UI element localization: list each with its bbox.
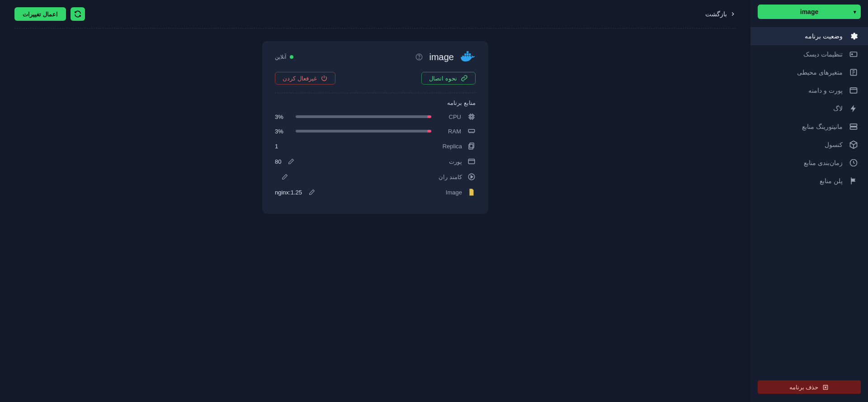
status-label: آنلاین <box>275 54 286 60</box>
cpu-icon <box>467 113 476 121</box>
file-icon <box>467 188 476 196</box>
cpu-value: 3% <box>275 114 289 120</box>
gear-icon <box>849 32 858 41</box>
sidebar-item-label: وضعیت برنامه <box>805 33 843 40</box>
disk-icon <box>849 50 858 59</box>
sidebar-item-label: متغیرهای محیطی <box>797 69 843 76</box>
cpu-row: CPU 3% <box>275 113 476 121</box>
port-row: پورت 80 <box>275 157 476 166</box>
card-divider <box>275 93 476 93</box>
image-row: Image nginx:1.25 <box>275 188 476 197</box>
delete-app-button[interactable]: حذف برنامه <box>758 380 861 394</box>
monitor-icon <box>849 122 858 131</box>
svg-rect-18 <box>470 115 474 119</box>
svg-rect-5 <box>850 127 857 129</box>
resources-title: منابع برنامه <box>275 99 476 106</box>
svg-rect-21 <box>470 143 474 148</box>
sidebar-item-monitoring[interactable]: مانیتورینگ منابع <box>750 118 868 136</box>
flag-icon <box>849 176 858 185</box>
sidebar-item-label: کنسول <box>825 141 843 148</box>
svg-rect-12 <box>464 53 466 55</box>
sidebar-item-disk[interactable]: تنظیمات دیسک <box>750 45 868 63</box>
image-label: Image <box>446 189 462 196</box>
svg-rect-4 <box>850 124 857 126</box>
ram-bar <box>296 130 431 132</box>
replica-value: 1 <box>275 143 278 150</box>
app-status-card: image آنلاین نحوه <box>262 41 488 214</box>
svg-point-1 <box>851 54 853 55</box>
command-row: کامند ران <box>275 172 476 181</box>
sidebar-nav: وضعیت برنامه تنظیمات دیسک متغیرهای محیطی… <box>750 27 868 190</box>
docker-icon <box>460 51 476 63</box>
refresh-button[interactable] <box>71 7 85 21</box>
replica-label: Replica <box>443 143 462 150</box>
apply-changes-label: اعمال تغییرات <box>23 11 58 18</box>
svg-rect-22 <box>469 144 473 149</box>
port-icon <box>467 157 476 166</box>
play-icon <box>467 173 476 181</box>
cube-icon <box>849 140 858 149</box>
chevron-down-icon: ▾ <box>854 9 856 15</box>
divider <box>14 28 736 28</box>
sidebar-item-console[interactable]: کنسول <box>750 136 868 154</box>
apply-changes-button[interactable]: اعمال تغییرات <box>14 7 66 21</box>
sidebar-item-env[interactable]: متغیرهای محیطی <box>750 63 868 81</box>
edit-icon[interactable] <box>281 173 288 180</box>
sidebar-item-schedule[interactable]: زمان‌بندی منابع <box>750 154 868 172</box>
link-icon <box>461 75 468 82</box>
disable-label: غیرفعال کردن <box>283 75 317 82</box>
sidebar-item-log[interactable]: لاگ <box>750 99 868 118</box>
bolt-icon <box>849 104 858 113</box>
help-icon[interactable] <box>415 53 423 61</box>
delete-app-label: حذف برنامه <box>789 384 819 391</box>
chevron-right-icon <box>730 11 736 17</box>
sidebar-item-status[interactable]: وضعیت برنامه <box>750 27 868 45</box>
svg-rect-14 <box>469 53 471 55</box>
sidebar-item-label: تنظیمات دیسک <box>803 51 843 58</box>
sidebar: image ▾ وضعیت برنامه تنظیمات دیسک متغ <box>750 0 868 402</box>
sidebar-item-plan[interactable]: پلن منابع <box>750 172 868 190</box>
power-icon <box>321 75 328 82</box>
sidebar-item-label: مانیتورینگ منابع <box>802 123 843 130</box>
ram-icon <box>467 127 476 135</box>
edit-icon[interactable] <box>308 189 316 196</box>
status-badge: آنلاین <box>275 54 293 60</box>
status-dot-icon <box>290 55 293 59</box>
clock-icon <box>849 158 858 167</box>
edit-icon[interactable] <box>288 158 295 165</box>
connect-label: نحوه اتصال <box>429 75 457 82</box>
ram-label: RAM <box>438 128 461 135</box>
svg-rect-13 <box>467 53 468 55</box>
svg-rect-3 <box>850 88 857 93</box>
ram-value: 3% <box>275 128 289 135</box>
sidebar-item-label: پلن منابع <box>820 177 843 184</box>
sidebar-item-label: زمان‌بندی منابع <box>804 159 843 166</box>
svg-rect-19 <box>471 116 473 118</box>
main-area: اعمال تغییرات بازگشت <box>0 0 750 402</box>
ram-row: RAM 3% <box>275 127 476 135</box>
svg-point-17 <box>419 58 419 59</box>
app-selector-label: image <box>800 8 818 15</box>
back-link[interactable]: بازگشت <box>705 10 736 18</box>
top-bar: اعمال تغییرات بازگشت <box>14 7 736 21</box>
refresh-icon <box>74 10 82 18</box>
port-label: پورت <box>449 158 462 165</box>
port-value: 80 <box>275 158 281 165</box>
command-label: کامند ران <box>439 174 462 180</box>
cpu-label: CPU <box>438 114 461 120</box>
sidebar-item-port-domain[interactable]: پورت و دامنه <box>750 81 868 99</box>
svg-rect-23 <box>468 159 475 164</box>
sidebar-item-label: پورت و دامنه <box>808 87 843 94</box>
replica-row: Replica 1 <box>275 142 476 151</box>
cpu-bar <box>296 115 431 118</box>
image-value: nginx:1.25 <box>275 189 302 196</box>
svg-rect-15 <box>467 51 468 53</box>
card-title: image <box>429 52 454 62</box>
app-selector-dropdown[interactable]: image ▾ <box>758 5 861 19</box>
window-icon <box>849 86 858 95</box>
svg-rect-20 <box>468 129 475 132</box>
env-icon <box>849 68 858 77</box>
disable-button[interactable]: غیرفعال کردن <box>275 72 335 85</box>
trash-icon <box>822 383 829 391</box>
connect-button[interactable]: نحوه اتصال <box>421 72 476 85</box>
